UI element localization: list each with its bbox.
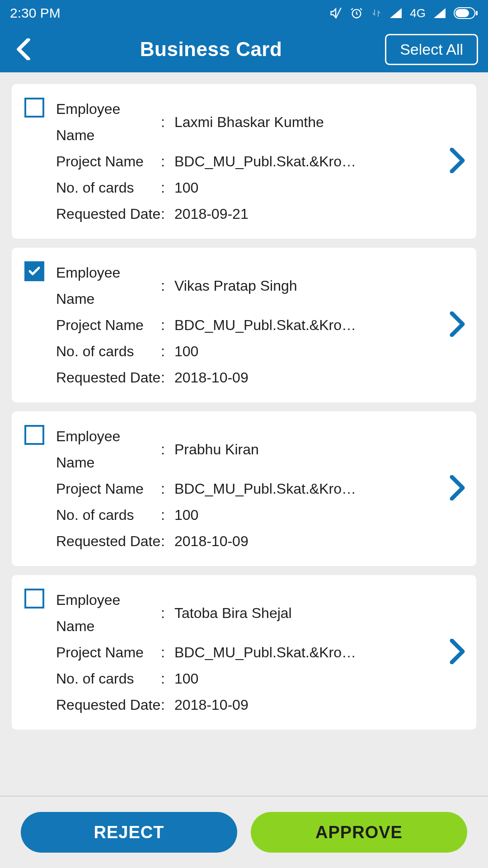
- page-title: Business Card: [37, 38, 385, 61]
- value-date: 2018-10-09: [174, 528, 446, 554]
- request-card[interactable]: Employee Name:Tatoba Bira ShejalProject …: [12, 575, 476, 730]
- colon: :: [161, 364, 174, 391]
- label-project: Project Name: [56, 312, 161, 338]
- card-fields: Employee Name:Prabhu KiranProject Name:B…: [56, 423, 446, 554]
- details-button[interactable]: [449, 148, 467, 175]
- value-cards: 100: [174, 502, 446, 528]
- android-status-bar: 2:30 PM 4G: [0, 0, 488, 26]
- select-all-button[interactable]: Select All: [385, 34, 478, 65]
- data-arrows-icon: [371, 7, 382, 19]
- field-row: Requested Date:2018-10-09: [56, 528, 446, 554]
- chevron-right-icon: [449, 639, 465, 664]
- value-employee: Prabhu Kiran: [174, 436, 446, 462]
- request-list: Employee Name:Laxmi Bhaskar KumtheProjec…: [0, 72, 488, 796]
- chevron-left-icon: [16, 38, 31, 60]
- approve-button[interactable]: APPROVE: [251, 812, 467, 853]
- colon: :: [161, 175, 174, 201]
- alarm-icon: [350, 7, 363, 19]
- label-project: Project Name: [56, 639, 161, 665]
- label-cards: No. of cards: [56, 175, 161, 201]
- label-cards: No. of cards: [56, 338, 161, 364]
- field-row: Project Name:BDC_MU_Publ.Skat.&Kro…: [56, 476, 446, 502]
- field-row: No. of cards:100: [56, 665, 446, 692]
- details-button[interactable]: [449, 311, 467, 339]
- field-row: No. of cards:100: [56, 502, 446, 528]
- value-project: BDC_MU_Publ.Skat.&Kro…: [174, 639, 446, 665]
- label-cards: No. of cards: [56, 502, 161, 528]
- status-time: 2:30 PM: [10, 5, 61, 21]
- signal-icon: [390, 8, 402, 18]
- request-card[interactable]: Employee Name:Prabhu KiranProject Name:B…: [12, 411, 476, 566]
- colon: :: [161, 312, 174, 338]
- value-cards: 100: [174, 338, 446, 364]
- field-row: Requested Date:2018-10-09: [56, 692, 446, 718]
- colon: :: [161, 502, 174, 528]
- value-project: BDC_MU_Publ.Skat.&Kro…: [174, 312, 446, 338]
- select-checkbox[interactable]: [24, 261, 44, 281]
- colon: :: [161, 148, 174, 175]
- details-button[interactable]: [449, 475, 467, 502]
- value-date: 2018-10-09: [174, 692, 446, 718]
- card-fields: Employee Name:Vikas Pratap SinghProject …: [56, 259, 446, 391]
- field-row: Project Name:BDC_MU_Publ.Skat.&Kro…: [56, 148, 446, 175]
- field-row: Requested Date:2018-10-09: [56, 364, 446, 391]
- label-employee: Employee Name: [56, 259, 161, 312]
- colon: :: [161, 665, 174, 692]
- check-icon: [28, 264, 41, 278]
- label-date: Requested Date: [56, 692, 161, 718]
- value-date: 2018-10-09: [174, 364, 446, 391]
- field-row: Employee Name:Laxmi Bhaskar Kumthe: [56, 96, 446, 148]
- field-row: Project Name:BDC_MU_Publ.Skat.&Kro…: [56, 312, 446, 338]
- card-fields: Employee Name:Tatoba Bira ShejalProject …: [56, 587, 446, 718]
- bottom-action-bar: REJECT APPROVE: [0, 796, 488, 868]
- label-cards: No. of cards: [56, 665, 161, 692]
- value-cards: 100: [174, 665, 446, 692]
- label-project: Project Name: [56, 476, 161, 502]
- label-date: Requested Date: [56, 201, 161, 227]
- mute-icon: [329, 7, 342, 19]
- field-row: No. of cards:100: [56, 175, 446, 201]
- field-row: Requested Date:2018-09-21: [56, 201, 446, 227]
- details-button[interactable]: [449, 639, 467, 666]
- card-fields: Employee Name:Laxmi Bhaskar KumtheProjec…: [56, 96, 446, 227]
- colon: :: [161, 338, 174, 364]
- colon: :: [161, 476, 174, 502]
- field-row: Employee Name:Tatoba Bira Shejal: [56, 587, 446, 639]
- select-checkbox[interactable]: [24, 98, 44, 118]
- label-date: Requested Date: [56, 364, 161, 391]
- field-row: Employee Name:Vikas Pratap Singh: [56, 259, 446, 312]
- app-header: Business Card Select All: [0, 26, 488, 72]
- request-card[interactable]: Employee Name:Laxmi Bhaskar KumtheProjec…: [12, 84, 476, 239]
- select-checkbox[interactable]: [24, 589, 44, 609]
- colon: :: [161, 528, 174, 554]
- chevron-right-icon: [449, 311, 465, 337]
- colon: :: [161, 600, 174, 626]
- value-project: BDC_MU_Publ.Skat.&Kro…: [174, 148, 446, 175]
- value-employee: Tatoba Bira Shejal: [174, 600, 446, 626]
- field-row: Project Name:BDC_MU_Publ.Skat.&Kro…: [56, 639, 446, 665]
- label-employee: Employee Name: [56, 423, 161, 476]
- colon: :: [161, 201, 174, 227]
- chevron-right-icon: [449, 475, 465, 500]
- label-project: Project Name: [56, 148, 161, 175]
- colon: :: [161, 109, 174, 135]
- colon: :: [161, 639, 174, 665]
- colon: :: [161, 692, 174, 718]
- field-row: No. of cards:100: [56, 338, 446, 364]
- field-row: Employee Name:Prabhu Kiran: [56, 423, 446, 476]
- value-cards: 100: [174, 175, 446, 201]
- colon: :: [161, 436, 174, 462]
- value-date: 2018-09-21: [174, 201, 446, 227]
- reject-button[interactable]: REJECT: [21, 812, 237, 853]
- select-checkbox[interactable]: [24, 425, 44, 445]
- battery-icon: [454, 7, 478, 19]
- network-label: 4G: [410, 6, 426, 20]
- value-project: BDC_MU_Publ.Skat.&Kro…: [174, 476, 446, 502]
- signal-icon-2: [434, 8, 446, 18]
- svg-rect-3: [455, 9, 469, 17]
- back-button[interactable]: [10, 36, 37, 63]
- label-employee: Employee Name: [56, 96, 161, 148]
- request-card[interactable]: Employee Name:Vikas Pratap SinghProject …: [12, 248, 476, 402]
- svg-rect-4: [476, 11, 478, 15]
- chevron-right-icon: [449, 148, 465, 173]
